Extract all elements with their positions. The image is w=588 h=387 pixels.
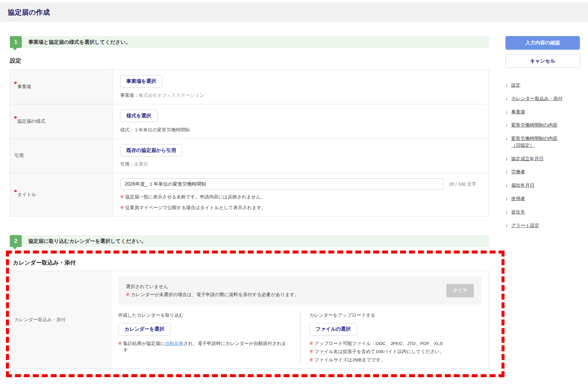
calendar-content-cell: 選択されていません ※ カレンダーが未選択の場合は、電子申請の際に資料を添付する… (111, 271, 489, 369)
upload-note: ※ ファイルサイズは2MBまでです。 (310, 357, 482, 363)
calendar-select-button[interactable]: カレンダーを選択 (118, 323, 171, 335)
step2-number-badge: 2 (10, 235, 22, 247)
anchor-label: 提出先 (511, 209, 525, 215)
page-title: 協定届の作成 (8, 8, 50, 17)
calendar-row-label: カレンダー取込み・添付 (14, 317, 66, 323)
upload-note-text: ファイルサイズは2MBまでです。 (315, 357, 386, 363)
format-select-button[interactable]: 様式を選択 (120, 110, 157, 122)
sidebar-item-employer[interactable]: ↓ 使用者 (505, 195, 580, 202)
calendar-label-cell: カレンダー取込み・添付 (10, 271, 111, 369)
step2-banner: 2 協定届に取り込むカレンダーを選択してください。 (10, 235, 489, 247)
format-content-cell: 様式を選択 様式：１年単位の変形労働時間制 (113, 104, 489, 139)
settings-table: 事業場 事業場を選択 事業場：株式会社オフィスステーション 協定届の様式 様式を… (10, 69, 489, 217)
quote-value-line: 引用：未選択 (120, 161, 482, 167)
anchor-label: 設定 (511, 82, 521, 88)
sidebar-item-submit-to[interactable]: ↓ 提出先 (505, 209, 580, 216)
upload-note: ※ ファイル名は拡張子を含めて108バイト以内にしてください。 (310, 348, 482, 355)
calendar-status-note-text: カレンダーが未選択の場合は、電子申請の際に資料を添付する必要があります。 (131, 291, 299, 298)
format-value: １年単位の変形労働時間制 (134, 127, 190, 132)
step2-instruction: 協定届に取り込むカレンダーを選択してください。 (28, 235, 147, 247)
quote-from-existing-button[interactable]: 既存の協定届から引用 (120, 144, 182, 157)
workplace-value-line: 事業場：株式会社オフィスステーション (120, 92, 482, 99)
workplace-value-label: 事業場： (120, 93, 139, 98)
note-marker-icon: ※ (120, 204, 124, 211)
anchor-label: 協定成立年月日 (511, 155, 544, 162)
sidebar-item-agreement-date[interactable]: ↓ 協定成立年月日 (505, 155, 580, 162)
confirm-button[interactable]: 入力内容の確認 (505, 36, 580, 50)
note-marker-icon: ※ (310, 340, 313, 347)
upload-note-text: ファイル名は拡張子を含めて108バイト以内にしてください。 (315, 348, 444, 355)
quote-value-label: 引用： (120, 161, 134, 167)
calendar-status-text-block: 選択されていません ※ カレンダーが未選択の場合は、電子申請の際に資料を添付する… (126, 283, 299, 298)
anchor-link-list: ↓ 設定 ↓ カレンダー取込み・添付 ↓ 事業場 ↓ 変形労働時間制の内容 ↓ … (505, 82, 580, 229)
sidebar-item-workplace[interactable]: ↓ 事業場 (505, 108, 580, 116)
workplace-value: 株式会社オフィスステーション (139, 93, 204, 98)
note-marker-icon: ※ (120, 194, 124, 200)
note-marker-icon: ※ (118, 340, 122, 354)
title-content-cell: 20 / 100 文字 ※ 協定届一覧に表示させる名称です。申請内容には反映され… (113, 173, 489, 216)
calendar-status-note: ※ カレンダーが未選択の場合は、電子申請の際に資料を添付する必要があります。 (126, 291, 299, 298)
file-select-button[interactable]: ファイルの選択 (310, 323, 357, 335)
sidebar-item-flex-work-content[interactable]: ↓ 変形労働時間制の内容 (505, 122, 580, 129)
clear-button[interactable]: クリア (446, 284, 474, 297)
note-marker-icon: ※ (126, 291, 130, 298)
sidebar-item-alert-settings[interactable]: ↓ アラート設定 (505, 222, 580, 229)
cancel-button[interactable]: キャンセル (505, 54, 580, 68)
title-input[interactable] (120, 178, 444, 190)
format-label-cell: 協定届の様式 (10, 104, 113, 139)
workplace-select-button[interactable]: 事業場を選択 (120, 75, 162, 88)
anchor-label: アラート設定 (511, 222, 539, 229)
down-arrow-icon: ↓ (505, 108, 508, 116)
title-note: ※ 協定届一覧に表示させる名称です。申請内容には反映されません。 (120, 194, 482, 200)
calendar-upload-column: カレンダーをアップロードする ファイルの選択 ※ アップロード可能ファイル：DO… (300, 312, 482, 363)
down-arrow-icon: ↓ (505, 222, 508, 229)
sidebar-item-settings[interactable]: ↓ 設定 (505, 82, 580, 89)
anchor-label: カレンダー取込み・添付 (511, 95, 563, 102)
required-dot-icon (14, 190, 17, 192)
quote-value: 未選択 (134, 161, 148, 167)
down-arrow-icon: ↓ (505, 182, 508, 189)
sidebar-item-calendar-import[interactable]: ↓ カレンダー取込み・添付 (505, 95, 580, 102)
calendar-import-note: ※ 集計結果が協定届に自動反映され、電子申請時にカレンダーが自動添付されます (118, 340, 290, 354)
calendar-status-panel: 選択されていません ※ カレンダーが未選択の場合は、電子申請の際に資料を添付する… (118, 276, 482, 304)
note-marker-icon: ※ (310, 357, 313, 363)
sidebar: 入力内容の確認 キャンセル ↓ 設定 ↓ カレンダー取込み・添付 ↓ 事業場 ↓… (505, 36, 580, 377)
format-value-line: 様式：１年単位の変形労働時間制 (120, 127, 482, 133)
sidebar-item-flex-work-content-old[interactable]: ↓ 変形労働時間制の内容（旧協定） (505, 135, 580, 149)
title-note-text: 従業員マイページで公開する場合はタイトルとして表示されます。 (125, 204, 266, 211)
sidebar-item-submission-date[interactable]: ↓ 届出年月日 (505, 182, 580, 189)
anchor-label: 変形労働時間制の内容 (511, 122, 558, 128)
quote-label-cell: 引用 (10, 139, 113, 173)
calendar-import-title: 作成したカレンダーを取り込む (118, 312, 290, 318)
auto-reflect-link[interactable]: 自動反映 (165, 341, 183, 346)
sidebar-item-workers[interactable]: ↓ 労働者 (505, 168, 580, 175)
anchor-label-line1: 変形労働時間制の内容 (511, 136, 558, 141)
table-row-workplace: 事業場 事業場を選択 事業場：株式会社オフィスステーション (10, 70, 489, 104)
page-header: 協定届の作成 (0, 2, 588, 22)
anchor-label: 届出年月日 (511, 182, 535, 189)
annotation-red-dashed-box: カレンダー取込み・添付 カレンダー取込み・添付 選択されていません ※ カレンダ (6, 251, 505, 377)
down-arrow-icon: ↓ (505, 168, 508, 175)
workplace-label: 事業場 (17, 84, 31, 90)
table-row-title: タイトル 20 / 100 文字 ※ 協定届一覧に表示させる名称です。申請内容に… (10, 173, 489, 216)
anchor-label: 使用者 (511, 195, 525, 202)
step1-banner: 1 事業場と協定届の様式を選択してください。 (10, 36, 489, 48)
calendar-status-text: 選択されていません (126, 283, 299, 290)
step1-instruction: 事業場と協定届の様式を選択してください。 (28, 36, 131, 48)
anchor-label-line2: （旧協定） (511, 142, 558, 149)
down-arrow-icon: ↓ (505, 122, 508, 129)
table-row-quote: 引用 既存の協定届から引用 引用：未選択 (10, 139, 489, 173)
calendar-table: カレンダー取込み・添付 選択されていません ※ カレンダーが未選択の場合は、電子… (10, 271, 489, 369)
main-content: 1 事業場と協定届の様式を選択してください。 設定 事業場 事業場を選択 事業場… (10, 36, 489, 377)
down-arrow-icon: ↓ (505, 95, 508, 102)
format-label: 協定届の様式 (17, 118, 45, 125)
settings-heading: 設定 (10, 57, 489, 65)
workplace-content-cell: 事業場を選択 事業場：株式会社オフィスステーション (113, 70, 489, 104)
down-arrow-icon: ↓ (505, 195, 508, 202)
calendar-import-note-text: 集計結果が協定届に自動反映され、電子申請時にカレンダーが自動添付されます (123, 340, 290, 354)
calendar-import-column: 作成したカレンダーを取り込む カレンダーを選択 ※ 集計結果が協定届に自動反映さ… (118, 312, 300, 363)
required-dot-icon (14, 116, 17, 119)
down-arrow-icon: ↓ (505, 82, 508, 89)
calendar-section-heading: カレンダー取込み・添付 (13, 259, 489, 267)
table-row-calendar: カレンダー取込み・添付 選択されていません ※ カレンダーが未選択の場合は、電子… (10, 271, 489, 369)
